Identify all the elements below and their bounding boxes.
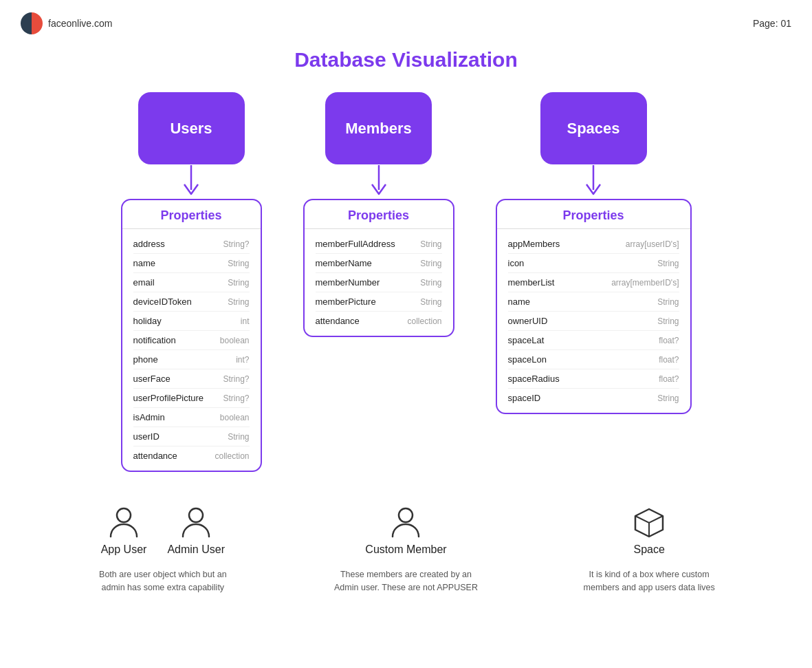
prop-row: name String <box>133 254 250 273</box>
person-icon-admin <box>182 506 210 539</box>
prop-row: spaceLat float? <box>508 331 679 350</box>
prop-row: name String <box>508 292 679 312</box>
prop-row: userID String <box>133 427 250 446</box>
legend-label-app-user: App User <box>101 543 147 556</box>
prop-row: memberList array[memberID's] <box>508 273 679 292</box>
properties-header-members: Properties <box>305 200 453 229</box>
prop-row: deviceIDToken String <box>133 292 250 312</box>
properties-list-spaces: appMembers array[userID's] icon String m… <box>497 229 690 413</box>
person-icon <box>109 506 138 539</box>
legend-description-spaces: It is kind of a box where custom members… <box>573 568 725 594</box>
legend-icons-users: App User Admin User <box>101 506 225 556</box>
entity-label-members: Members <box>345 120 412 138</box>
prop-row: email String <box>133 273 250 292</box>
prop-row: icon String <box>508 254 679 273</box>
prop-row: isAdmin boolean <box>133 408 250 427</box>
legend-icon-custom-member: Custom Member <box>365 506 446 556</box>
prop-row: spaceLon float? <box>508 350 679 369</box>
entity-box-spaces: Spaces <box>540 92 647 164</box>
prop-row: userFace String? <box>133 369 250 389</box>
person-icon-member <box>391 506 420 539</box>
page-title: Database Visualization <box>0 48 812 72</box>
prop-row: memberName String <box>316 254 442 273</box>
prop-row: holiday int <box>133 312 250 331</box>
prop-row: spaceRadius float? <box>508 369 679 389</box>
logo-area: faceonlive.com <box>21 12 112 34</box>
legend-label-custom-member: Custom Member <box>365 543 446 556</box>
page-number: Page: 01 <box>753 18 791 29</box>
legend-item-spaces: Space It is kind of a box where custom m… <box>573 506 725 594</box>
properties-list-members: memberFullAddress String memberName Stri… <box>305 229 453 336</box>
prop-row: appMembers array[userID's] <box>508 235 679 254</box>
prop-row: userProfilePicture String? <box>133 389 250 408</box>
svg-point-4 <box>189 508 203 522</box>
properties-card-users: Properties address String? name String e… <box>121 199 262 472</box>
legend-icon-admin-user: Admin User <box>167 506 225 556</box>
prop-row: memberNumber String <box>316 273 442 292</box>
legend-section: App User Admin User Both are user object… <box>0 486 812 608</box>
main-content: Users Properties address String? name St… <box>0 92 812 472</box>
legend-label-space: Space <box>633 543 664 556</box>
entity-label-users: Users <box>170 120 212 138</box>
logo-text: faceonlive.com <box>48 18 112 29</box>
properties-card-members: Properties memberFullAddress String memb… <box>303 199 454 337</box>
arrow-spaces <box>584 164 603 199</box>
prop-row: notification boolean <box>133 331 250 350</box>
properties-card-spaces: Properties appMembers array[userID's] ic… <box>496 199 692 414</box>
column-spaces: Spaces Properties appMembers array[userI… <box>496 92 692 472</box>
properties-header-users: Properties <box>122 200 261 229</box>
legend-item-users: App User Admin User Both are user object… <box>87 506 239 594</box>
prop-row: memberPicture String <box>316 292 442 312</box>
legend-label-admin-user: Admin User <box>167 543 225 556</box>
legend-description-members: These members are created by an Admin us… <box>330 568 481 594</box>
legend-icons-spaces: Space <box>633 506 666 556</box>
prop-row: attendance collection <box>133 446 250 465</box>
prop-row: attendance collection <box>316 312 442 330</box>
column-users: Users Properties address String? name St… <box>121 92 262 472</box>
prop-row: phone int? <box>133 350 250 369</box>
logo-icon <box>21 12 43 34</box>
entity-box-users: Users <box>138 92 245 164</box>
arrow-members <box>369 164 388 199</box>
header: faceonlive.com Page: 01 <box>0 0 812 41</box>
legend-item-members: Custom Member These members are created … <box>330 506 481 594</box>
prop-row: spaceID String <box>508 389 679 407</box>
legend-icon-space: Space <box>633 506 666 556</box>
entity-label-spaces: Spaces <box>567 120 619 138</box>
svg-point-5 <box>399 508 413 522</box>
prop-row: ownerUID String <box>508 312 679 331</box>
prop-row: memberFullAddress String <box>316 235 442 254</box>
box-icon <box>633 506 666 539</box>
legend-description-users: Both are user object which but an admin … <box>87 568 239 594</box>
arrow-users <box>182 164 201 199</box>
legend-icons-members: Custom Member <box>365 506 446 556</box>
entity-box-members: Members <box>325 92 432 164</box>
properties-header-spaces: Properties <box>497 200 690 229</box>
svg-point-3 <box>117 508 131 522</box>
legend-icon-app-user: App User <box>101 506 147 556</box>
column-members: Members Properties memberFullAddress Str… <box>303 92 454 472</box>
properties-list-users: address String? name String email String… <box>122 229 261 471</box>
prop-row: address String? <box>133 235 250 254</box>
